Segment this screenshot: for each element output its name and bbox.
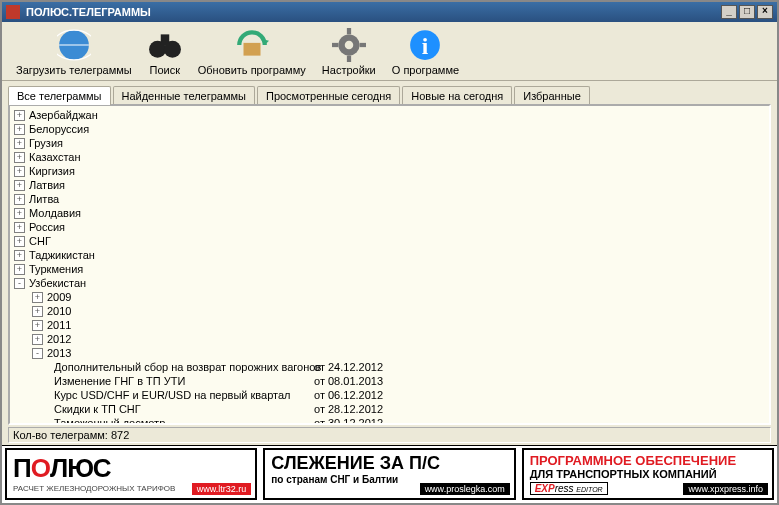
- svg-rect-11: [359, 43, 365, 47]
- expand-toggle[interactable]: +: [14, 250, 25, 261]
- tree-item[interactable]: +Грузия: [10, 136, 769, 150]
- tree-item[interactable]: +Латвия: [10, 178, 769, 192]
- tree-item[interactable]: +Литва: [10, 192, 769, 206]
- app-icon: [6, 5, 20, 19]
- expand-toggle[interactable]: +: [14, 124, 25, 135]
- svg-rect-8: [347, 28, 351, 34]
- search-label: Поиск: [150, 64, 180, 76]
- expand-toggle[interactable]: +: [14, 166, 25, 177]
- tree-item[interactable]: Дополнительный сбор на возврат порожних …: [10, 360, 769, 374]
- tab-new-today[interactable]: Новые на сегодня: [402, 86, 512, 105]
- expand-toggle[interactable]: +: [14, 194, 25, 205]
- settings-button[interactable]: Настройки: [314, 26, 384, 78]
- expand-toggle[interactable]: -: [14, 278, 25, 289]
- ad1-url: www.ltr32.ru: [192, 483, 252, 495]
- tree-item[interactable]: Изменение ГНГ в ТП УТИот 08.01.2013: [10, 374, 769, 388]
- binoculars-icon: [148, 28, 182, 62]
- tree-item[interactable]: +СНГ: [10, 234, 769, 248]
- tree-item[interactable]: +Молдавия: [10, 206, 769, 220]
- tree-item[interactable]: +Туркмения: [10, 262, 769, 276]
- tree-item[interactable]: +Азербайджан: [10, 108, 769, 122]
- tree-label: Казахстан: [29, 151, 81, 163]
- ad-proslegka[interactable]: СЛЕЖЕНИЕ ЗА П/С по странам СНГ и Балтии …: [263, 448, 515, 500]
- tree-panel: +Азербайджан+Белоруссия+Грузия+Казахстан…: [8, 104, 771, 425]
- telegram-count: Кол-во телеграмм: 872: [13, 429, 129, 441]
- tree-label: Туркмения: [29, 263, 83, 275]
- tab-viewed-today[interactable]: Просмотренные сегодня: [257, 86, 400, 105]
- expand-toggle[interactable]: +: [32, 292, 43, 303]
- expand-toggle[interactable]: +: [14, 152, 25, 163]
- ad-polus[interactable]: ПOЛЮС РАСЧЕТ ЖЕЛЕЗНОДОРОЖНЫХ ТАРИФОВ www…: [5, 448, 257, 500]
- update-label: Обновить программу: [198, 64, 306, 76]
- titlebar: ПОЛЮС.ТЕЛЕГРАММЫ _ □ ×: [2, 2, 777, 22]
- search-button[interactable]: Поиск: [140, 26, 190, 78]
- expand-toggle[interactable]: +: [14, 264, 25, 275]
- status-bar: Кол-во телеграмм: 872: [8, 427, 771, 443]
- expand-toggle[interactable]: +: [32, 334, 43, 345]
- tree-label: Азербайджан: [29, 109, 98, 121]
- close-button[interactable]: ×: [757, 5, 773, 19]
- update-button[interactable]: Обновить программу: [190, 26, 314, 78]
- minimize-button[interactable]: _: [721, 5, 737, 19]
- tree-label: Таджикистан: [29, 249, 95, 261]
- tree-label: Узбекистан: [29, 277, 86, 289]
- about-label: О программе: [392, 64, 459, 76]
- ad3-head: ПРОГРАММНОЕ ОБЕСПЕЧЕНИЕ: [530, 453, 766, 468]
- tree-item[interactable]: +2011: [10, 318, 769, 332]
- tabbar: Все телеграммы Найденные телеграммы Прос…: [2, 81, 777, 104]
- tree-date: от 28.12.2012: [314, 403, 383, 415]
- load-telegrams-button[interactable]: Загрузить телеграммы: [8, 26, 140, 78]
- expand-toggle[interactable]: +: [14, 138, 25, 149]
- expand-toggle[interactable]: +: [14, 208, 25, 219]
- ad1-logo: ПOЛЮС: [13, 453, 249, 484]
- tree-item[interactable]: +Белоруссия: [10, 122, 769, 136]
- refresh-icon: [235, 28, 269, 62]
- tree-item[interactable]: -Узбекистан: [10, 276, 769, 290]
- expand-toggle[interactable]: +: [14, 110, 25, 121]
- ad-xpress[interactable]: ПРОГРАММНОЕ ОБЕСПЕЧЕНИЕ ДЛЯ ТРАНСПОРТНЫХ…: [522, 448, 774, 500]
- tree-label: Дополнительный сбор на возврат порожних …: [54, 361, 314, 373]
- tree-item[interactable]: Таможенный досмотрот 30.12.2012: [10, 416, 769, 423]
- about-button[interactable]: i О программе: [384, 26, 467, 78]
- tree-item[interactable]: +Таджикистан: [10, 248, 769, 262]
- tree-date: от 30.12.2012: [314, 417, 383, 423]
- tree-label: Латвия: [29, 179, 65, 191]
- tree-label: Таможенный досмотр: [54, 417, 314, 423]
- expand-toggle[interactable]: +: [32, 320, 43, 331]
- expand-toggle[interactable]: +: [14, 222, 25, 233]
- tree-label: Киргизия: [29, 165, 75, 177]
- tree-item[interactable]: +Казахстан: [10, 150, 769, 164]
- tree-item[interactable]: Скидки к ТП СНГот 28.12.2012: [10, 402, 769, 416]
- ad2-head: СЛЕЖЕНИЕ ЗА П/С: [271, 453, 507, 474]
- tree-label: Скидки к ТП СНГ: [54, 403, 314, 415]
- tree-item[interactable]: +2010: [10, 304, 769, 318]
- ad2-url: www.proslegka.com: [420, 483, 510, 495]
- tree-label: 2009: [47, 291, 71, 303]
- tree-item[interactable]: +Россия: [10, 220, 769, 234]
- expand-toggle[interactable]: +: [14, 236, 25, 247]
- expand-toggle[interactable]: +: [14, 180, 25, 191]
- tab-all[interactable]: Все телеграммы: [8, 86, 111, 105]
- expand-toggle[interactable]: -: [32, 348, 43, 359]
- tree-item[interactable]: +Киргизия: [10, 164, 769, 178]
- svg-rect-3: [161, 34, 170, 45]
- tree: +Азербайджан+Белоруссия+Грузия+Казахстан…: [10, 106, 769, 423]
- tree-scroll[interactable]: +Азербайджан+Белоруссия+Грузия+Казахстан…: [10, 106, 769, 423]
- tree-item[interactable]: -2013: [10, 346, 769, 360]
- tree-item[interactable]: +2009: [10, 290, 769, 304]
- tree-item[interactable]: +2012: [10, 332, 769, 346]
- expand-toggle[interactable]: +: [32, 306, 43, 317]
- tab-favorites[interactable]: Избранные: [514, 86, 590, 105]
- globe-icon: [57, 28, 91, 62]
- ad3-brand: EXPress EDITOR: [530, 482, 608, 495]
- tree-label: 2012: [47, 333, 71, 345]
- tree-label: Молдавия: [29, 207, 81, 219]
- window-buttons: _ □ ×: [721, 5, 773, 19]
- load-label: Загрузить телеграммы: [16, 64, 132, 76]
- maximize-button[interactable]: □: [739, 5, 755, 19]
- tree-date: от 08.01.2013: [314, 375, 383, 387]
- svg-rect-9: [347, 56, 351, 62]
- tree-item[interactable]: Курс USD/CHF и EUR/USD на первый квартал…: [10, 388, 769, 402]
- tree-label: 2011: [47, 319, 71, 331]
- tab-found[interactable]: Найденные телеграммы: [113, 86, 255, 105]
